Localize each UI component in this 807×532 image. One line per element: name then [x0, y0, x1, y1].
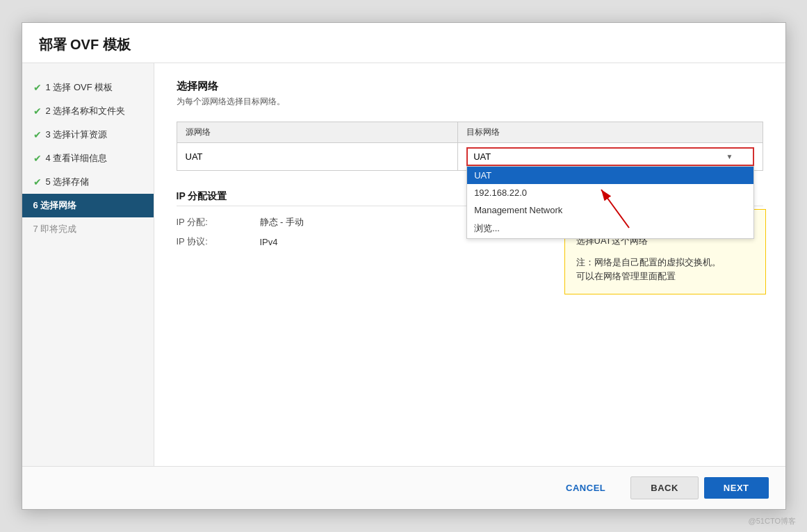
dropdown-option-mgmt[interactable]: Management Network: [467, 201, 753, 219]
sidebar-item-step3[interactable]: ✔ 3 选择计算资源: [22, 123, 154, 147]
col-target: 目标网络: [458, 122, 763, 143]
watermark: @51CTO博客: [749, 516, 796, 526]
col-source: 源网络: [177, 122, 458, 143]
check-icon: ✔: [33, 106, 42, 117]
deploy-ovf-dialog: 部署 OVF 模板 ✔ 1 选择 OVF 模板 ✔ 2 选择名称和文件夹 ✔ 3…: [22, 22, 786, 510]
source-network-cell: UAT: [177, 143, 458, 171]
dropdown-option-192[interactable]: 192.168.22.0: [467, 184, 753, 201]
sidebar-item-step5[interactable]: ✔ 5 选择存储: [22, 170, 154, 194]
ip-proto-label: IP 协议:: [177, 235, 260, 248]
dialog-title: 部署 OVF 模板: [22, 23, 785, 63]
content-area: 选择网络 为每个源网络选择目标网络。 源网络 目标网络 UAT: [154, 63, 785, 466]
ip-proto-value: IPv4: [260, 237, 278, 247]
next-button[interactable]: NEXT: [704, 477, 769, 499]
back-button[interactable]: BACK: [630, 476, 699, 499]
target-network-cell[interactable]: UAT ▼ UAT 192.168.22.0 Management Networ…: [458, 143, 763, 171]
sidebar: ✔ 1 选择 OVF 模板 ✔ 2 选择名称和文件夹 ✔ 3 选择计算资源 ✔ …: [22, 63, 154, 466]
sidebar-item-step7[interactable]: 7 即将完成: [22, 217, 154, 241]
check-icon: ✔: [33, 82, 42, 93]
section-title: 选择网络: [177, 80, 763, 93]
check-icon: ✔: [33, 129, 42, 140]
annotation-line4: 注：网络是自己配置的虚拟交换机。: [576, 256, 754, 270]
dialog-footer: CANCEL BACK NEXT: [22, 466, 785, 509]
sidebar-item-step1[interactable]: ✔ 1 选择 OVF 模板: [22, 76, 154, 99]
sidebar-item-step6[interactable]: 6 选择网络: [22, 194, 154, 217]
network-table: 源网络 目标网络 UAT UAT ▼: [177, 122, 763, 171]
dropdown-selected-value: UAT: [473, 151, 491, 162]
annotation-line5: 可以在网络管理里面配置: [576, 269, 754, 284]
dropdown-display[interactable]: UAT ▼: [466, 147, 753, 166]
section-subtitle: 为每个源网络选择目标网络。: [177, 96, 763, 108]
target-network-dropdown[interactable]: UAT ▼ UAT 192.168.22.0 Management Networ…: [466, 147, 753, 166]
dialog-body: ✔ 1 选择 OVF 模板 ✔ 2 选择名称和文件夹 ✔ 3 选择计算资源 ✔ …: [22, 63, 785, 466]
sidebar-item-step4[interactable]: ✔ 4 查看详细信息: [22, 147, 154, 170]
dropdown-option-browse[interactable]: 浏览...: [467, 219, 753, 238]
ip-alloc-label: IP 分配:: [177, 216, 260, 228]
sidebar-item-step2[interactable]: ✔ 2 选择名称和文件夹: [22, 99, 154, 123]
dropdown-option-uat[interactable]: UAT: [467, 167, 753, 184]
cancel-button[interactable]: CANCEL: [546, 477, 625, 499]
check-icon: ✔: [33, 153, 42, 164]
chevron-down-icon: ▼: [726, 153, 733, 160]
dropdown-options-list[interactable]: UAT 192.168.22.0 Management Network 浏览..…: [466, 166, 753, 239]
table-row: UAT UAT ▼ UAT 192.168.22.0: [177, 143, 763, 171]
ip-alloc-value: 静态 - 手动: [260, 216, 304, 228]
check-icon: ✔: [33, 176, 42, 188]
